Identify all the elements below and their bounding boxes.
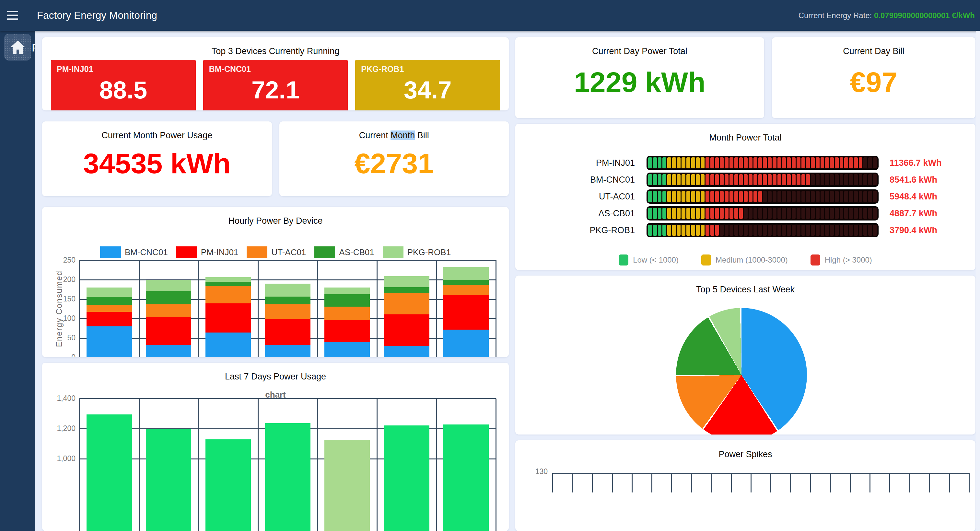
led-segment — [868, 174, 872, 185]
month-total-row: PKG-ROB13790.4 kWh — [515, 223, 975, 237]
hourly-chart-plot: 050100150200250891011121314 — [80, 260, 496, 357]
legend-item: UT-AC01 — [247, 246, 306, 258]
led-segment — [787, 208, 791, 219]
led-segment — [686, 208, 690, 219]
led-bar — [646, 223, 878, 237]
led-segment — [749, 174, 752, 185]
app-title: Factory Energy Monitoring — [37, 10, 157, 21]
led-segment — [677, 157, 681, 168]
stacked-bar-segment — [384, 314, 430, 346]
gridline-v — [317, 399, 318, 531]
led-segment — [782, 225, 786, 236]
stacked-bar-segment — [325, 287, 370, 294]
y-axis-label: Energy Consumed — [54, 260, 64, 357]
led-segment — [768, 174, 772, 185]
bar — [443, 425, 489, 531]
stacked-bar-segment — [443, 285, 489, 295]
led-bar — [646, 173, 878, 187]
led-segment — [859, 157, 863, 168]
gridline-v — [495, 399, 496, 531]
top-navbar: Factory Energy Monitoring Current Energy… — [0, 0, 980, 31]
gridline-v — [651, 473, 652, 493]
hamburger-menu-icon[interactable] — [7, 6, 30, 25]
led-segment — [696, 208, 700, 219]
legend-item: High (> 3000) — [810, 255, 872, 265]
led-segment — [835, 225, 839, 236]
stacked-bar-segment — [86, 327, 132, 357]
led-segment — [749, 208, 752, 219]
stacked-bar-segment — [146, 317, 191, 344]
bar — [146, 429, 191, 531]
gridline-v — [632, 473, 633, 493]
led-segment — [811, 191, 815, 202]
device-tile[interactable]: PKG-ROB134.7 — [355, 60, 500, 110]
led-segment — [825, 174, 829, 185]
sidebar-item-home[interactable] — [4, 34, 31, 60]
led-segment — [816, 191, 819, 202]
device-tile[interactable]: PM-INJ0188.5 — [51, 60, 196, 110]
led-segment — [873, 208, 877, 219]
main-content: Top 3 Devices Currently Running PM-INJ01… — [35, 31, 980, 531]
led-segment — [787, 225, 791, 236]
led-segment — [734, 191, 738, 202]
device-tile-name: PKG-ROB1 — [361, 65, 494, 74]
led-segment — [725, 157, 729, 168]
led-segment — [782, 157, 786, 168]
led-segment — [811, 157, 815, 168]
led-segment — [648, 191, 652, 202]
gridline-v — [377, 260, 377, 357]
led-segment — [835, 208, 839, 219]
led-segment — [667, 225, 671, 236]
led-segment — [835, 174, 839, 185]
led-segment — [701, 157, 705, 168]
led-segment — [806, 191, 810, 202]
legend-item: Medium (1000-3000) — [701, 255, 788, 265]
legend-label: Low (< 1000) — [633, 255, 679, 265]
led-segment — [744, 225, 748, 236]
device-label: BM-CNC01 — [515, 175, 646, 185]
led-segment — [744, 174, 748, 185]
led-segment — [844, 174, 848, 185]
led-segment — [672, 208, 676, 219]
led-segment — [720, 191, 724, 202]
led-segment — [658, 174, 662, 185]
led-segment — [662, 208, 666, 219]
device-label: PKG-ROB1 — [515, 225, 646, 235]
led-segment — [720, 208, 724, 219]
led-segment — [739, 225, 743, 236]
device-tile[interactable]: BM-CNC0172.1 — [203, 60, 348, 110]
led-segment — [681, 191, 686, 202]
device-kwh-value: 4887.7 kWh — [878, 209, 937, 219]
energy-rate-value: 0.0790900000000001 €/kWh — [874, 11, 975, 20]
led-segment — [830, 157, 834, 168]
gridline-v — [969, 473, 970, 493]
gridline-v — [436, 260, 437, 357]
card-day-total: Current Day Power Total 1229 kWh — [515, 37, 764, 118]
stacked-bar-segment — [265, 304, 310, 319]
gridline-v — [691, 473, 692, 493]
led-segment — [821, 191, 824, 202]
scrollbar-track[interactable] — [976, 31, 980, 531]
device-kwh-value: 5948.4 kWh — [878, 192, 937, 202]
led-segment — [691, 191, 695, 202]
led-segment — [778, 174, 781, 185]
led-segment — [696, 157, 700, 168]
y-tick-label: 1,000 — [46, 454, 75, 463]
led-segment — [648, 174, 652, 185]
led-segment — [730, 225, 733, 236]
stacked-bar-segment — [146, 280, 191, 291]
stacked-bar-segment — [325, 294, 370, 307]
energy-rate-label: Current Energy Rate: — [799, 11, 872, 20]
led-segment — [840, 208, 843, 219]
led-segment — [763, 157, 767, 168]
led-segment — [658, 157, 662, 168]
led-segment — [802, 225, 805, 236]
led-segment — [802, 174, 805, 185]
led-segment — [854, 174, 858, 185]
led-segment — [701, 191, 705, 202]
led-segment — [662, 191, 666, 202]
led-segment — [825, 191, 829, 202]
gridline-v — [592, 473, 593, 493]
led-segment — [821, 225, 824, 236]
led-segment — [648, 157, 652, 168]
